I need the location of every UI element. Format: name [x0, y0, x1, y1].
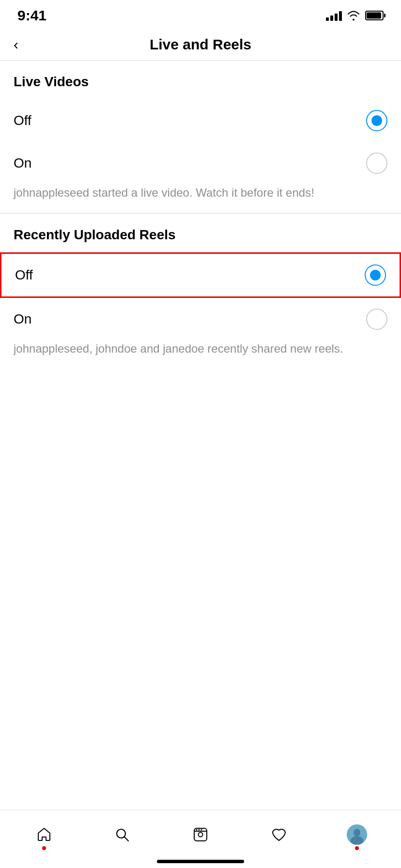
- live-videos-off-row[interactable]: Off: [0, 99, 401, 142]
- status-time: 9:41: [17, 7, 46, 24]
- status-bar: 9:41: [0, 0, 401, 29]
- nav-reels[interactable]: [181, 820, 220, 849]
- profile-notification-dot: [355, 846, 359, 850]
- svg-point-3: [198, 832, 202, 837]
- reels-on-radio[interactable]: [366, 309, 387, 330]
- live-videos-section-header: Live Videos: [0, 61, 401, 99]
- bottom-nav: [0, 810, 401, 868]
- reels-title: Recently Uploaded Reels: [14, 227, 176, 242]
- reels-on-label: On: [14, 311, 31, 327]
- back-button[interactable]: ‹: [14, 36, 18, 53]
- svg-point-7: [200, 829, 202, 830]
- live-videos-title: Live Videos: [14, 74, 89, 89]
- home-notification-dot: [42, 846, 46, 850]
- svg-point-6: [198, 829, 200, 830]
- status-icons: [326, 10, 384, 21]
- header: ‹ Live and Reels: [0, 29, 401, 60]
- reels-off-radio[interactable]: [365, 264, 386, 286]
- reels-icon: [192, 826, 209, 843]
- reels-on-row[interactable]: On: [0, 298, 401, 341]
- heart-icon: [271, 826, 287, 843]
- reels-off-label: Off: [15, 267, 33, 283]
- live-videos-on-label: On: [14, 155, 31, 171]
- home-indicator: [157, 860, 244, 863]
- reels-off-row[interactable]: Off: [0, 252, 401, 298]
- nav-activity[interactable]: [260, 820, 298, 849]
- nav-profile[interactable]: [338, 820, 376, 849]
- wifi-icon: [347, 10, 360, 21]
- svg-line-1: [124, 837, 128, 841]
- home-icon: [36, 826, 52, 843]
- page-title: Live and Reels: [150, 36, 251, 53]
- live-videos-on-row[interactable]: On: [0, 142, 401, 185]
- live-videos-off-radio[interactable]: [366, 110, 387, 131]
- signal-icon: [326, 10, 342, 21]
- nav-home[interactable]: [25, 820, 63, 849]
- live-videos-on-radio[interactable]: [366, 153, 387, 174]
- live-videos-off-label: Off: [14, 113, 31, 128]
- battery-icon: [365, 11, 384, 20]
- live-videos-description: johnappleseed started a live video. Watc…: [0, 185, 401, 213]
- svg-point-5: [196, 829, 197, 830]
- nav-search[interactable]: [103, 820, 141, 849]
- svg-point-9: [354, 829, 360, 837]
- reels-section-header: Recently Uploaded Reels: [0, 214, 401, 252]
- search-icon: [114, 826, 130, 843]
- reels-description: johnappleseed, johndoe and janedoe recen…: [0, 341, 401, 369]
- profile-avatar: [347, 824, 367, 845]
